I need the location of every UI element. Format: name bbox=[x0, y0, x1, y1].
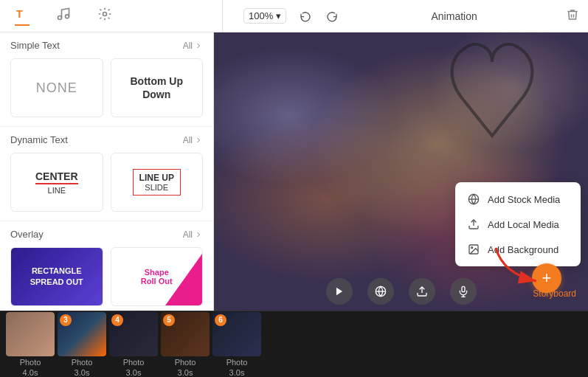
video-background bbox=[214, 32, 588, 311]
list-item: 5 Photo 3.0s bbox=[161, 312, 210, 377]
tab-text[interactable]: T bbox=[9, 4, 35, 29]
add-local-media-item[interactable]: Add Local Media bbox=[455, 212, 581, 237]
globe-button[interactable] bbox=[367, 278, 394, 305]
dynamic-text-all[interactable]: All bbox=[183, 135, 203, 145]
overlay-section-header: Overlay All bbox=[0, 221, 213, 244]
list-item: 6 Photo 3.0s bbox=[212, 312, 261, 377]
zoom-chevron: ▾ bbox=[276, 10, 281, 21]
heart-decoration bbox=[426, 40, 558, 158]
svg-rect-8 bbox=[462, 286, 465, 291]
overlay-all[interactable]: All bbox=[183, 229, 203, 240]
bottom-up-down-card[interactable]: Bottom Up Down bbox=[111, 58, 204, 117]
upload-button[interactable] bbox=[409, 278, 435, 305]
tab-music[interactable] bbox=[50, 4, 77, 29]
filmstrip-duration-3: 3.0s bbox=[126, 368, 142, 377]
app-header: T 100% ▾ Animation bbox=[0, 0, 588, 32]
filmstrip: Photo 4.0s 3 Photo 3.0s 4 Photo 3.0s 5 P… bbox=[0, 311, 588, 377]
add-storyboard-button[interactable]: + bbox=[532, 263, 561, 293]
simple-text-section-header: Simple Text All bbox=[0, 32, 213, 55]
overlay-label: Overlay bbox=[10, 229, 44, 240]
svg-point-1 bbox=[58, 15, 62, 19]
filmstrip-badge-5: 6 bbox=[215, 314, 226, 326]
simple-text-all[interactable]: All bbox=[183, 41, 203, 51]
rectangle-card[interactable]: RECTANGLE SPREAD OUT bbox=[10, 247, 103, 306]
shape-roll-card[interactable]: Shape Roll Out bbox=[111, 247, 204, 306]
filmstrip-duration-4: 3.0s bbox=[178, 368, 193, 377]
filmstrip-label-1: Photo bbox=[20, 358, 41, 367]
overlay-cards: RECTANGLE SPREAD OUT Shape Roll Out bbox=[0, 244, 213, 311]
add-stock-media-item[interactable]: Add Stock Media bbox=[455, 187, 581, 212]
filmstrip-label-4: Photo bbox=[175, 358, 196, 367]
zoom-control[interactable]: 100% ▾ bbox=[243, 8, 286, 24]
list-item: 3 Photo 3.0s bbox=[58, 312, 106, 377]
filmstrip-badge-2: 3 bbox=[60, 314, 72, 326]
filmstrip-label-2: Photo bbox=[72, 358, 93, 367]
list-item: 4 Photo 3.0s bbox=[109, 312, 158, 377]
dynamic-text-cards: CENTER LINE LINE UP SLIDE bbox=[0, 150, 213, 221]
add-media-dropdown: Add Stock Media Add Local Media Add Back… bbox=[455, 182, 581, 266]
filmstrip-thumb-1[interactable] bbox=[6, 312, 55, 356]
toolbar-tabs: T bbox=[9, 0, 223, 32]
undo-button[interactable] bbox=[295, 6, 316, 27]
undo-redo-group bbox=[295, 6, 342, 27]
delete-button[interactable] bbox=[566, 8, 579, 24]
right-panel: Add Stock Media Add Local Media Add Back… bbox=[214, 32, 588, 311]
image-icon bbox=[467, 243, 480, 256]
upload-icon bbox=[467, 218, 480, 231]
simple-text-label: Simple Text bbox=[10, 40, 60, 51]
left-panel: Simple Text All NONE Bottom Up Down Dyna… bbox=[0, 32, 214, 311]
filmstrip-label-5: Photo bbox=[226, 358, 248, 367]
filmstrip-duration-2: 3.0s bbox=[75, 368, 90, 377]
filmstrip-thumb-4[interactable]: 5 bbox=[161, 312, 210, 356]
header-controls: 100% ▾ Animation bbox=[235, 6, 579, 27]
filmstrip-badge-3: 4 bbox=[111, 314, 123, 326]
filmstrip-thumb-2[interactable]: 3 bbox=[58, 312, 106, 356]
plus-button-container: + Storyboard bbox=[533, 286, 576, 299]
filmstrip-duration-1: 4.0s bbox=[23, 368, 38, 377]
dynamic-text-section-header: Dynamic Text All bbox=[0, 127, 213, 150]
filmstrip-badge-4: 5 bbox=[163, 314, 175, 326]
dynamic-text-label: Dynamic Text bbox=[10, 134, 68, 145]
simple-text-cards: NONE Bottom Up Down bbox=[0, 55, 213, 126]
line-up-slide-card[interactable]: LINE UP SLIDE bbox=[111, 153, 204, 212]
filmstrip-thumb-5[interactable]: 6 bbox=[212, 312, 261, 356]
mic-button[interactable] bbox=[450, 278, 477, 305]
svg-text:T: T bbox=[16, 7, 23, 20]
play-button[interactable] bbox=[326, 278, 353, 305]
add-background-item[interactable]: Add Background bbox=[455, 237, 581, 262]
redo-button[interactable] bbox=[322, 6, 342, 27]
svg-point-3 bbox=[103, 12, 107, 15]
tab-settings[interactable] bbox=[91, 4, 118, 29]
filmstrip-duration-5: 3.0s bbox=[229, 368, 245, 377]
video-area: Add Stock Media Add Local Media Add Back… bbox=[214, 32, 588, 311]
list-item: Photo 4.0s bbox=[6, 312, 55, 377]
svg-point-2 bbox=[66, 14, 69, 18]
main-content: Simple Text All NONE Bottom Up Down Dyna… bbox=[0, 32, 588, 311]
none-card[interactable]: NONE bbox=[10, 58, 103, 117]
animation-label: Animation bbox=[351, 10, 557, 22]
svg-point-15 bbox=[471, 247, 473, 249]
filmstrip-label-3: Photo bbox=[123, 358, 145, 367]
globe-icon bbox=[467, 193, 480, 206]
zoom-value: 100% bbox=[249, 10, 273, 21]
center-line-card[interactable]: CENTER LINE bbox=[10, 153, 103, 212]
filmstrip-thumb-3[interactable]: 4 bbox=[109, 312, 158, 356]
svg-marker-4 bbox=[336, 288, 342, 296]
